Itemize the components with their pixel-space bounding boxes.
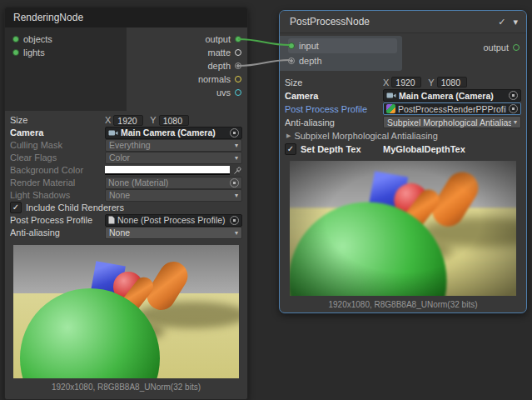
- camera-icon: [386, 92, 396, 99]
- node-enabled-check-icon[interactable]: ✓: [498, 17, 505, 28]
- rendering-node-output-panel: output matte depth normals uvs: [198, 28, 247, 99]
- port-row-output: output: [198, 32, 241, 46]
- postprocess-node-ports: input depth output: [280, 36, 526, 72]
- smaa-foldout-label: Subpixel Morphological Antialiasing: [294, 131, 437, 141]
- size-label: Size: [10, 115, 105, 125]
- pp-camera-label: Camera: [285, 91, 383, 101]
- pp-size-row: Size X 1920 Y 1080: [285, 76, 521, 88]
- object-picker-icon[interactable]: [509, 91, 518, 100]
- render-material-value: None (Material): [108, 178, 227, 188]
- color-swatch[interactable]: [105, 166, 230, 175]
- port-row-input: input: [288, 38, 397, 53]
- port-row-normals: normals: [198, 72, 241, 86]
- include-child-renderers-label: Include Child Renderers: [26, 202, 124, 212]
- port-lights-label: lights: [23, 48, 45, 58]
- post-process-profile-label: Post Process Profile: [10, 215, 105, 225]
- port-row-pp-output: output: [483, 40, 520, 55]
- port-matte-label: matte: [207, 48, 231, 58]
- culling-mask-label: Culling Mask: [10, 140, 105, 150]
- document-icon: [108, 216, 115, 224]
- port-normals[interactable]: [235, 76, 241, 82]
- pp-profile-row: Post Process Profile PostProcessRenderPP…: [285, 102, 521, 115]
- eyedropper-icon[interactable]: [233, 166, 242, 175]
- x-axis-label: X: [105, 115, 111, 125]
- port-output[interactable]: [235, 36, 241, 42]
- smaa-foldout-row[interactable]: ▶ Subpixel Morphological Antialiasing: [285, 129, 521, 142]
- pp-profile-label: Post Process Profile: [285, 104, 383, 114]
- rendering-node[interactable]: RenderingNode objects lights output: [4, 7, 248, 400]
- pp-camera-row: Camera Main Camera (Camera): [285, 89, 521, 102]
- port-depth-in[interactable]: [288, 58, 295, 64]
- chevron-down-icon: ▾: [235, 229, 238, 237]
- rendering-node-input-panel: objects lights: [5, 28, 127, 111]
- clear-flags-dropdown[interactable]: Color ▾: [105, 152, 242, 164]
- background-color-row: Background Color: [10, 164, 242, 176]
- postprocess-node-preview-caption: 1920x1080, R8G8B8A8_UNorm(32 bits): [280, 300, 526, 309]
- pp-camera-object-field[interactable]: Main Camera (Camera): [383, 89, 521, 102]
- port-row-lights: lights: [12, 46, 127, 59]
- set-depth-tex-row: ✓ Set Depth Tex MyGlobalDepthTex: [285, 142, 521, 155]
- light-shadows-row: Light Shadows None ▾: [10, 189, 242, 201]
- pp-camera-value: Main Camera (Camera): [399, 91, 506, 101]
- anti-aliasing-dropdown[interactable]: None ▾: [105, 227, 242, 239]
- object-picker-icon[interactable]: [509, 104, 518, 113]
- rendering-node-header[interactable]: RenderingNode: [5, 8, 247, 28]
- port-lights[interactable]: [12, 49, 19, 56]
- postprocess-node[interactable]: PostProcessNode ✓ ▾ input depth output: [279, 10, 527, 313]
- y-axis-label: Y: [150, 115, 156, 125]
- render-preview-scene: [13, 245, 239, 378]
- culling-mask-dropdown[interactable]: Everything ▾: [105, 139, 242, 152]
- pp-size-x-field[interactable]: 1920: [391, 77, 421, 88]
- port-row-uvs: uvs: [198, 86, 241, 99]
- set-depth-tex-checkbox[interactable]: ✓: [285, 143, 296, 155]
- light-shadows-dropdown[interactable]: None ▾: [105, 189, 242, 202]
- postprocess-node-input-panel: input depth: [280, 36, 402, 71]
- postprocess-node-title: PostProcessNode: [290, 16, 490, 28]
- clear-flags-label: Clear Flags: [10, 152, 105, 162]
- include-child-renderers-row: ✓ Include Child Renderers: [10, 202, 242, 213]
- pp-anti-aliasing-value: Subpixel Morphological Antialiasing: [387, 118, 511, 128]
- post-process-profile-object-field[interactable]: None (Post Process Profile): [105, 214, 242, 227]
- camera-row: Camera Main Camera (Camera): [10, 127, 242, 138]
- port-objects-label: objects: [23, 34, 52, 44]
- port-depth-in-label: depth: [299, 56, 322, 66]
- post-process-profile-value: None (Post Process Profile): [117, 215, 227, 225]
- node-graph-canvas[interactable]: RenderingNode objects lights output: [0, 0, 532, 400]
- object-picker-icon[interactable]: [230, 128, 239, 138]
- port-uvs[interactable]: [235, 89, 241, 96]
- camera-object-field[interactable]: Main Camera (Camera): [105, 127, 242, 139]
- rendering-node-title: RenderingNode: [13, 12, 83, 23]
- postprocess-node-header[interactable]: PostProcessNode ✓ ▾: [280, 11, 526, 33]
- collapse-chevron-icon[interactable]: ▾: [513, 17, 518, 28]
- render-material-row: Render Material None (Material): [10, 177, 242, 188]
- render-material-object-field[interactable]: None (Material): [105, 177, 242, 189]
- postprocess-node-properties: Size X 1920 Y 1080 Camera Main Camera (C…: [280, 72, 526, 155]
- pp-size-y-field[interactable]: 1080: [437, 77, 467, 88]
- camera-value: Main Camera (Camera): [121, 128, 227, 138]
- pp-profile-object-field[interactable]: PostProcessRenderPPProfile (Pos: [383, 102, 521, 115]
- object-picker-icon[interactable]: [230, 216, 239, 225]
- object-picker-icon[interactable]: [230, 178, 239, 188]
- port-input[interactable]: [288, 42, 295, 49]
- culling-mask-row: Culling Mask Everything ▾: [10, 139, 242, 151]
- postprocess-node-output-panel: output: [483, 40, 520, 55]
- post-process-profile-row: Post Process Profile None (Post Process …: [10, 214, 242, 226]
- port-depth[interactable]: [235, 62, 241, 69]
- foldout-arrow-icon[interactable]: ▶: [286, 132, 291, 139]
- render-material-label: Render Material: [10, 178, 105, 188]
- rendering-node-properties: Size X 1920 Y 1080 Camera Main Camera (C…: [5, 111, 247, 238]
- size-x-field[interactable]: 1920: [113, 115, 143, 126]
- port-pp-output[interactable]: [513, 44, 520, 51]
- port-matte[interactable]: [235, 49, 241, 56]
- port-normals-label: normals: [198, 74, 231, 84]
- set-depth-tex-value[interactable]: MyGlobalDepthTex: [383, 144, 465, 154]
- include-child-renderers-checkbox[interactable]: ✓: [10, 202, 22, 213]
- postprocess-node-preview: [290, 161, 516, 296]
- pp-anti-aliasing-dropdown[interactable]: Subpixel Morphological Antialiasing ▾: [383, 116, 521, 128]
- port-depth-label: depth: [207, 61, 231, 71]
- port-objects[interactable]: [12, 36, 19, 42]
- y-axis-label: Y: [428, 78, 434, 88]
- rendering-node-ports: objects lights output matte depth: [5, 28, 247, 111]
- size-y-field[interactable]: 1080: [159, 115, 189, 126]
- set-depth-tex-label: Set Depth Tex: [301, 144, 383, 154]
